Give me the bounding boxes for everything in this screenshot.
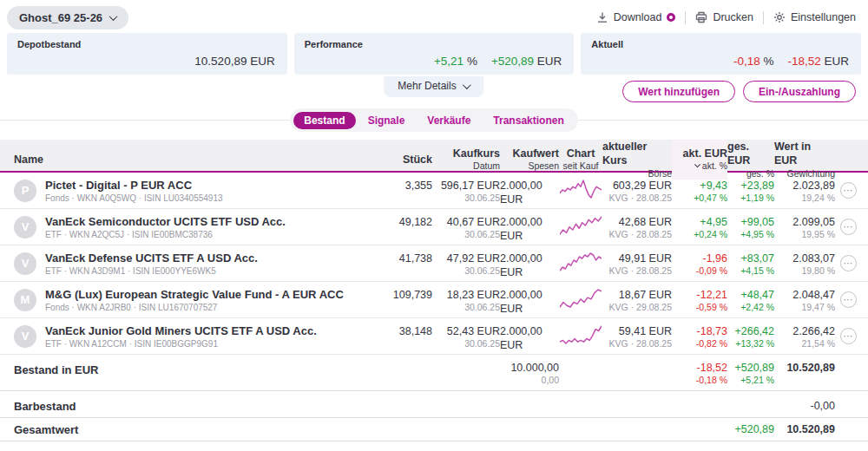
avatar: V — [14, 252, 36, 275]
instrument-name: VanEck Junior Gold Miners UCITS ETF A US… — [45, 324, 317, 337]
summary-ges-pct: +5,21 % — [740, 375, 774, 387]
instrument-meta: Fonds · WKN A2JRB0 · ISIN LU1670707527 — [45, 303, 344, 312]
card-value-amount: -18,52 EUR — [787, 55, 849, 68]
kauf-datum: 30.06.25 — [464, 229, 500, 241]
kauf-datum: 30.06.25 — [464, 265, 500, 278]
stueck-value: 41,738 — [399, 252, 432, 265]
ges-eur-value: +99,05 — [740, 215, 774, 229]
akt-pct-value: +0,47 % — [694, 193, 727, 205]
print-button[interactable]: Drucken — [695, 11, 753, 23]
top-bar: Ghost_69 25-26 Download Drucken Einstell… — [0, 0, 868, 33]
kaufwert-value: 2.000,00 EUR — [500, 252, 559, 280]
table-header: Name Stück Kaufkurs Datum Kaufwert Spese… — [0, 140, 868, 173]
avatar: V — [14, 325, 36, 348]
table-row[interactable]: V VanEck Semiconductor UCITS ETF USD Acc… — [0, 209, 868, 245]
wert-value: 2.023,89 — [792, 179, 835, 193]
tab-verkaeufe[interactable]: Verkäufe — [417, 112, 481, 129]
portfolio-action-buttons: Wert hinzufügen Ein-/Auszahlung — [622, 81, 856, 102]
topbar-actions: Download Drucken Einstellungen — [596, 11, 856, 24]
more-options-button[interactable]: ⋯ — [840, 182, 857, 199]
ges-pct-value: +4,15 % — [740, 265, 774, 278]
mehr-details-button[interactable]: Mehr Details — [384, 76, 483, 97]
add-value-button[interactable]: Wert hinzufügen — [622, 81, 735, 102]
stueck-value: 49,182 — [399, 215, 432, 229]
print-label: Drucken — [713, 11, 753, 23]
kaufwert-value: 2.000,00 EUR — [500, 288, 559, 317]
portfolio-selector[interactable]: Ghost_69 25-26 — [7, 6, 128, 29]
gewichtung-value: 21,54 % — [801, 338, 835, 350]
avatar: M — [14, 289, 36, 311]
ges-eur-value: +266,42 — [734, 324, 774, 338]
more-options-button[interactable]: ⋯ — [840, 328, 857, 344]
akt-pct-value: -0,82 % — [696, 338, 727, 350]
download-icon — [596, 11, 608, 23]
sub-row: Mehr Details Wert hinzufügen Ein-/Auszah… — [0, 75, 868, 106]
summary-row-gesamtwert: Gesamtwert +520,89 10.520,89 — [0, 418, 868, 441]
divider — [763, 11, 764, 24]
wert-value: 2.266,42 — [792, 324, 835, 338]
sparkline-chart — [559, 282, 602, 317]
ges-pct-value: +13,32 % — [735, 338, 774, 350]
akt-eur-value: -1,96 — [703, 252, 728, 265]
table-row[interactable]: V VanEck Junior Gold Miners UCITS ETF A … — [0, 318, 868, 355]
deposit-withdraw-button[interactable]: Ein-/Auszahlung — [743, 81, 856, 102]
akt-pct-value: +0,24 % — [694, 229, 727, 241]
avatar: V — [14, 216, 36, 239]
gesamtwert-ges-eur: +520,89 — [734, 422, 774, 436]
akt-pct-value: -0,59 % — [696, 302, 727, 314]
table-row[interactable]: V VanEck Defense UCITS ETF A USD Acc. ET… — [0, 245, 868, 282]
table-row[interactable]: P Pictet - Digital - P EUR ACC Fonds · W… — [0, 173, 868, 209]
sparkline-chart — [559, 209, 602, 245]
summary-spesen: 0,00 — [542, 375, 559, 387]
summary-cards: Depotbestand 10.520,89 EUR Performance +… — [0, 33, 868, 75]
more-options-button[interactable]: ⋯ — [840, 255, 857, 271]
akt-eur-value: +4,95 — [700, 215, 727, 229]
ges-pct-value: +4,95 % — [740, 229, 774, 241]
kauf-datum: 30.06.25 — [464, 302, 500, 314]
summary-card: Performance +5,21 % +520,89 EUR — [294, 33, 575, 75]
aktueller-kurs-value: 42,68 EUR — [619, 215, 672, 229]
summary-row-bestand: Bestand in EUR 10.000,00 0,00 -18,52 -0,… — [0, 355, 868, 391]
stueck-value: 3,355 — [405, 179, 432, 193]
ges-eur-value: +83,07 — [740, 252, 774, 265]
more-options-button[interactable]: ⋯ — [840, 291, 857, 308]
card-value-percent: -0,18 % — [733, 55, 774, 68]
summary-row-barbestand: Barbestand -0,00 — [0, 395, 868, 418]
kaufkurs-value: 40,67 EUR — [447, 215, 500, 229]
card-value-percent: +5,21 % — [434, 55, 477, 68]
tab-signale[interactable]: Signale — [358, 112, 416, 129]
summary-kaufwert: 10.000,00 — [510, 361, 559, 375]
download-badge-icon — [667, 13, 675, 22]
table-row[interactable]: M M&G (Lux) European Strategic Value Fun… — [0, 282, 868, 318]
summary-label: Gesamtwert — [14, 418, 363, 441]
akt-eur-value: +9,43 — [700, 179, 727, 193]
ges-pct-value: +1,19 % — [740, 193, 774, 205]
chevron-down-icon — [463, 81, 471, 89]
tab-group: Bestand Signale Verkäufe Transaktionen — [290, 108, 577, 132]
kaufwert-value: 2.000,00 EUR — [500, 324, 559, 353]
gewichtung-value: 19,24 % — [801, 193, 835, 205]
sparkline-chart — [559, 173, 602, 208]
gewichtung-value: 19,95 % — [801, 229, 835, 241]
boerse-datum: KVG · 28.08.25 — [609, 338, 672, 350]
download-button[interactable]: Download — [596, 11, 676, 23]
summary-card: Aktuell -0,18 % -18,52 EUR — [581, 33, 861, 75]
portfolio-name: Ghost_69 25-26 — [19, 11, 102, 24]
download-label: Download — [614, 11, 662, 23]
instrument-name: M&G (Lux) European Strategic Value Fund … — [45, 288, 344, 301]
stueck-value: 109,739 — [393, 288, 432, 302]
instrument-meta: ETF · WKN A2QC5J · ISIN IE00BMC38736 — [45, 230, 286, 239]
ges-eur-value: +23,89 — [740, 179, 774, 193]
aktueller-kurs-value: 59,41 EUR — [619, 324, 672, 338]
table-body: P Pictet - Digital - P EUR ACC Fonds · W… — [0, 173, 868, 355]
tab-bestand[interactable]: Bestand — [293, 112, 355, 129]
mehr-details-label: Mehr Details — [398, 80, 456, 92]
tab-transaktionen[interactable]: Transaktionen — [483, 112, 574, 129]
chevron-down-icon — [109, 12, 118, 21]
more-options-button[interactable]: ⋯ — [840, 219, 857, 235]
wert-value: 2.099,05 — [792, 215, 835, 229]
kaufkurs-value: 52,43 EUR — [447, 324, 500, 338]
barbestand-wert: -0,00 — [811, 399, 836, 413]
aktueller-kurs-value: 603,29 EUR — [613, 179, 672, 193]
settings-button[interactable]: Einstellungen — [773, 11, 856, 23]
